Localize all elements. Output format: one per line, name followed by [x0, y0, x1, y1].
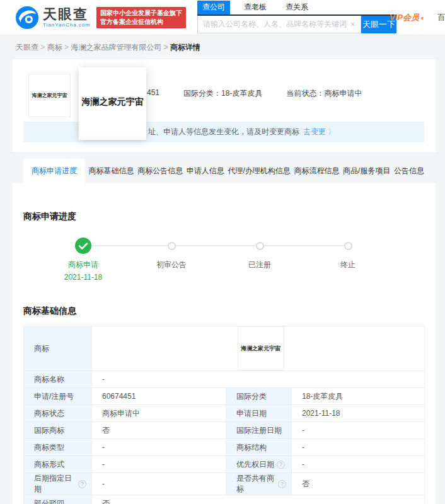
search-tabs: 查公司 查老板 查关系	[197, 2, 396, 16]
row-label: 商标形式	[24, 456, 92, 473]
row-value: 商标申请中	[92, 405, 226, 422]
row-value: 2021-11-18	[292, 405, 425, 422]
progress-steps: 商标申请 2021-11-18 初审公告 已注册 终止	[39, 238, 392, 282]
row-label: 国际注册日期	[226, 422, 292, 439]
row-label: 国际商标	[24, 422, 92, 439]
row-value: -	[92, 456, 226, 473]
breadcrumb-current: 商标详情	[161, 43, 200, 52]
tab-gazette-info[interactable]: 商标公告信息	[137, 159, 183, 183]
row-label: 商标状态	[24, 405, 92, 422]
row-value: -	[292, 456, 425, 473]
basic-info-table: 商标 海澜之家元宇宙 商标名称 - 申请/注册号 60674451 国际分类 1…	[23, 326, 425, 504]
detail-tabbar: 商标申请进度 商标基础信息 商标公告信息 申请人信息 代理/办理机构信息 商标流…	[13, 159, 435, 183]
go-change-link[interactable]: 去变更 〉	[303, 127, 335, 137]
breadcrumb-home[interactable]: 天眼查	[16, 43, 38, 52]
trademark-thumbnail-text: 海澜之家元宇宙	[32, 92, 67, 99]
eye-logo-icon	[15, 6, 39, 30]
table-row: 后期指定日期 - 是否共有商标 否	[24, 473, 425, 495]
tab-application-progress[interactable]: 商标申请进度	[23, 159, 85, 183]
trademark-detail-card: 商标申请进度 商标基础信息 商标公告信息 申请人信息 代理/办理机构信息 商标流…	[13, 159, 435, 504]
vip-member-menu[interactable]: VIP会员	[390, 12, 424, 23]
pending-circle-icon	[256, 242, 264, 250]
trademark-thumbnail[interactable]: 海澜之家元宇宙	[28, 74, 71, 117]
step-date: 2021-11-18	[64, 273, 103, 282]
row-label: 商标名称	[24, 371, 92, 388]
step-preliminary-gazette: 初审公告	[127, 238, 216, 282]
step-terminated: 终止	[304, 238, 392, 282]
table-row: 申请/注册号 60674451 国际分类 18-皮革皮具	[24, 388, 425, 405]
tab-agency-info[interactable]: 代理/办理机构信息	[228, 159, 290, 183]
table-row: 商标名称 -	[24, 371, 425, 388]
badge-line1: 国家中小企业发展子基金旗下	[100, 9, 182, 18]
pending-circle-icon	[344, 242, 352, 250]
search-tab-boss[interactable]: 查老板	[239, 1, 272, 14]
gov-certification-badge: 国家中小企业发展子基金旗下 官方备案企业征信机构	[96, 7, 186, 28]
help-icon[interactable]	[78, 480, 86, 488]
step-application: 商标申请 2021-11-18	[39, 238, 127, 282]
trademark-meta-row: 451 国际分类：18-皮革皮具 当前状态：商标申请中	[147, 88, 362, 99]
row-value: 否	[92, 422, 226, 439]
current-status: 当前状态：商标申请中	[286, 88, 362, 99]
row-value: 否	[292, 473, 425, 495]
tianyancha-logo[interactable]: 天眼查 TianYanCha.com	[15, 6, 90, 30]
step-label: 终止	[340, 260, 355, 270]
row-value: -	[292, 422, 425, 439]
help-icon[interactable]	[278, 480, 286, 488]
trademark-header-card: 海澜之家元宇宙 海澜之家元宇宙 451 国际分类：18-皮革皮具 当前状态：商标…	[13, 59, 435, 152]
help-icon[interactable]	[277, 461, 285, 469]
notice-text: 址、申请人等信息发生变化，请及时变更商标	[23, 127, 299, 137]
row-value: -	[92, 371, 425, 388]
table-row: 部分驳回 否	[24, 495, 425, 504]
row-value: -	[292, 439, 425, 456]
trademark-preview-text: 海澜之家元宇宙	[82, 96, 144, 108]
step-registered: 已注册	[216, 238, 304, 282]
search-area: 查公司 查老板 查关系 天眼一下	[197, 2, 396, 33]
row-label: 优先权日期	[226, 456, 292, 473]
tab-applicant-info[interactable]: 申请人信息	[187, 159, 224, 183]
row-label: 后期指定日期	[24, 473, 92, 495]
brand-name: 天眼查	[43, 8, 90, 21]
row-label: 商标类型	[24, 439, 92, 456]
step-label: 商标申请	[68, 260, 98, 270]
check-circle-icon	[75, 238, 91, 254]
tab-announcement-info[interactable]: 公告信息	[394, 159, 424, 183]
breadcrumb-trademark[interactable]: 商标	[38, 43, 62, 52]
row-label: 申请日期	[226, 405, 292, 422]
row-label: 商标结构	[226, 439, 292, 456]
search-tab-company[interactable]: 查公司	[197, 1, 230, 14]
breadcrumb-company[interactable]: 海澜之家品牌管理有限公司	[62, 43, 162, 52]
row-label: 是否共有商标	[226, 473, 292, 495]
international-class: 国际分类：18-皮革皮具	[183, 88, 262, 99]
row-value: -	[92, 439, 226, 456]
nav-item-baobao[interactable]: 百宝	[437, 12, 445, 23]
trademark-image-cell: 海澜之家元宇宙	[92, 326, 425, 371]
registration-number-partial: 451	[147, 88, 159, 99]
trademark-image-text: 海澜之家元宇宙	[241, 345, 280, 353]
row-value: 否	[92, 495, 425, 504]
search-input[interactable]	[203, 20, 349, 28]
badge-line2: 官方备案企业征信机构	[100, 18, 182, 26]
tab-basic-info[interactable]: 商标基础信息	[89, 159, 134, 183]
pending-circle-icon	[168, 242, 176, 250]
row-label: 申请/注册号	[24, 388, 92, 405]
clear-icon[interactable]	[349, 21, 357, 28]
trademark-preview-popup: 海澜之家元宇宙	[79, 67, 146, 140]
table-row: 商标 海澜之家元宇宙	[24, 326, 425, 371]
row-value: 60674451	[92, 388, 226, 405]
tab-goods-services[interactable]: 商品/服务项目	[343, 159, 390, 183]
tab-process-info[interactable]: 商标流程信息	[294, 159, 339, 183]
table-row: 国际商标 否 国际注册日期 -	[24, 422, 425, 439]
trademark-image[interactable]: 海澜之家元宇宙	[238, 326, 284, 370]
progress-section-title: 商标申请进度	[23, 183, 424, 222]
breadcrumb: 天眼查商标海澜之家品牌管理有限公司商标详情	[0, 35, 445, 59]
row-label: 国际分类	[226, 388, 292, 405]
step-label: 初审公告	[156, 260, 187, 270]
table-row: 商标形式 - 优先权日期 -	[24, 456, 425, 473]
search-tab-relation[interactable]: 查关系	[280, 1, 313, 14]
step-label: 已注册	[248, 260, 271, 270]
row-value: -	[92, 473, 226, 495]
row-label: 商标	[24, 326, 92, 371]
row-label: 部分驳回	[24, 495, 92, 504]
search-box	[197, 16, 361, 33]
basic-info-section-title: 商标基础信息	[23, 282, 424, 317]
